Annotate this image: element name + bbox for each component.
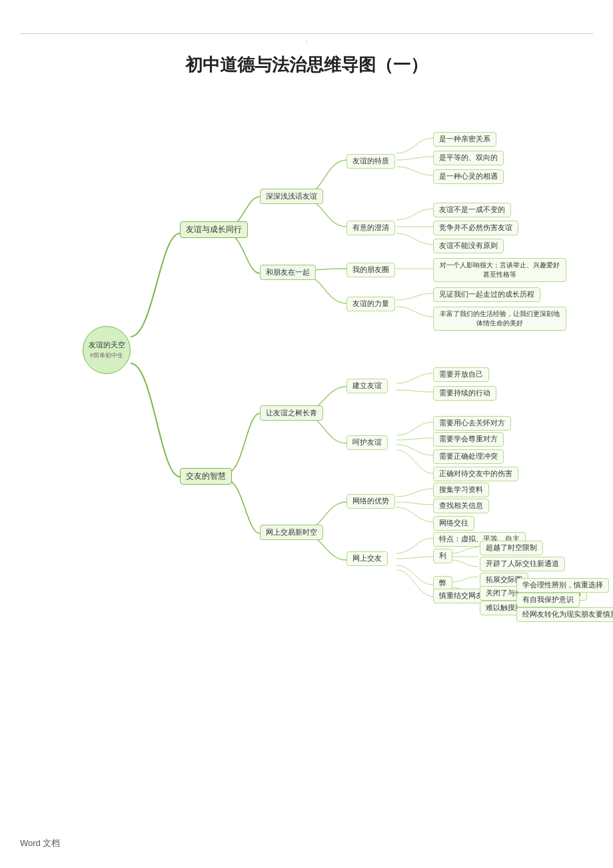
leaf-b2-1-2-4: 正确对待交友中的伤害 (433, 467, 518, 481)
node-b1-2-1: 我的朋友圈 (346, 263, 395, 277)
leaf-b2-1-1-1: 需要开放自己 (433, 367, 489, 382)
leaf-b1-2-2-2: 丰富了我们的生活经验，让我们更深刻地体情生命的美好 (433, 307, 566, 331)
node-b1-2: 和朋友在一起 (260, 265, 316, 280)
top-line (20, 33, 593, 34)
dot-center: · (20, 37, 593, 47)
word-doc-label: Word 文档 (20, 837, 60, 849)
leaf-b1-2-2-1: 见证我们一起走过的成长历程 (433, 287, 540, 302)
leaf-b1-1-2-2: 竞争并不必然伤害友谊 (433, 221, 518, 235)
node-b1: 友谊与成长同行 (180, 221, 248, 238)
node-b1-2-2: 友谊的力量 (346, 297, 395, 311)
node-b2-1: 让友谊之树长青 (260, 405, 323, 421)
leaf-li-1: 超越了时空限制 (480, 541, 543, 555)
node-b2-1-2: 呵护友谊 (346, 435, 388, 450)
leaf-shen-1: 学会理性辨别，慎重选择 (516, 578, 609, 593)
leaf-b2-1-2-2: 需要学会尊重对方 (433, 432, 504, 447)
leaf-b1-2-1-1: 对一个人影响很大；言谈举止、兴趣爱好甚至性格等 (433, 258, 566, 282)
page-title: 初中道德与法治思维导图（一） (20, 53, 593, 77)
node-b2-2-1: 网络的优势 (346, 494, 395, 509)
node-b1-1: 深深浅浅话友谊 (260, 189, 323, 204)
page-container: · 初中道德与法治思维导图（一） (0, 0, 613, 868)
leaf-shen-3: 经网友转化为现实朋友要慎重 (516, 607, 613, 622)
leaf-b2-1-2-3: 需要正确处理冲突 (433, 449, 504, 464)
node-b1-1-1: 友谊的特质 (346, 154, 395, 169)
leaf-b2-1-2-1: 需要用心去关怀对方 (433, 416, 511, 431)
leaf-b2-2-1-1: 搜集学习资料 (433, 483, 489, 497)
node-b2-1-1: 建立友谊 (346, 379, 388, 393)
node-b1-1-2: 有意的澄清 (346, 221, 395, 235)
node-b2-2-2: 网上交友 (346, 551, 388, 566)
leaf-b1-1-2-1: 友谊不是一成不变的 (433, 203, 511, 217)
leaf-b1-1-1-1: 是一种亲密关系 (433, 132, 496, 147)
mind-map-area: 友谊的天空 #简单初中生 友谊与成长同行 交友的智慧 深深浅浅话友谊 和朋友在一… (20, 90, 593, 610)
leaf-shen-2: 有自我保护意识 (516, 593, 580, 607)
leaf-b2-1-1-2: 需要持续的行动 (433, 386, 496, 401)
leaf-b2-2-1-2: 查找相关信息 (433, 499, 489, 513)
node-b2-2-2-li: 利 (433, 549, 452, 563)
leaf-b2-2-1-3: 网络交往 (433, 516, 474, 531)
leaf-b1-1-1-2: 是平等的、双向的 (433, 151, 504, 165)
center-node: 友谊的天空 #简单初中生 (83, 326, 131, 374)
leaf-b1-1-1-3: 是一种心灵的相遇 (433, 169, 504, 184)
leaf-b1-1-2-3: 友谊不能没有原则 (433, 239, 504, 253)
node-b2: 交友的智慧 (180, 468, 232, 485)
node-b2-2: 网上交易新时空 (260, 525, 323, 540)
leaf-li-2: 开辟了人际交往新通道 (480, 557, 565, 571)
